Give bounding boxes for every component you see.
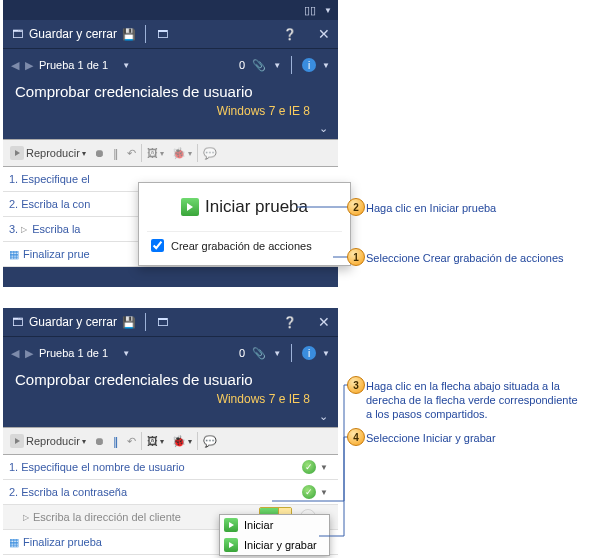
- status-dropdown-icon[interactable]: ▼: [316, 488, 332, 497]
- nav-label: Prueba 1 de 1: [39, 347, 108, 359]
- test-title: Comprobar credenciales de usuario: [3, 365, 338, 392]
- callout-text-1: Seleccione Crear grabación de acciones: [366, 251, 564, 265]
- start-test-popup: Iniciar prueba Crear grabación de accion…: [138, 182, 351, 266]
- help-icon[interactable]: ❔: [282, 314, 298, 330]
- counter: 0: [239, 59, 245, 71]
- dropdown-icon[interactable]: ▼: [324, 6, 332, 15]
- test-title: Comprobar credenciales de usuario: [3, 77, 338, 104]
- nav-next-icon[interactable]: ▶: [25, 59, 33, 72]
- nav-prev-icon[interactable]: ◀: [11, 59, 19, 72]
- nav-label: Prueba 1 de 1: [39, 59, 108, 71]
- test-config: Windows 7 e IE 8: [3, 392, 338, 410]
- pass-icon[interactable]: ✓: [302, 460, 316, 474]
- pass-icon[interactable]: ✓: [302, 485, 316, 499]
- dropdown-icon[interactable]: ▼: [273, 61, 281, 70]
- menu-item-iniciar[interactable]: Iniciar: [220, 515, 329, 535]
- bug-icon[interactable]: 🐞▾: [169, 433, 195, 450]
- start-test-button[interactable]: Iniciar prueba: [147, 197, 342, 231]
- expand-icon[interactable]: ⌄: [319, 122, 328, 134]
- close-icon[interactable]: ✕: [316, 314, 332, 330]
- reproduce-button[interactable]: Reproducir▾: [7, 432, 89, 450]
- pause-icon[interactable]: ‖: [110, 145, 122, 162]
- callout-bubble-4: 4: [347, 428, 365, 446]
- screenshot-icon[interactable]: 🖼▾: [144, 433, 167, 449]
- callout-text-4: Seleccione Iniciar y grabar: [366, 431, 496, 445]
- test-config: Windows 7 e IE 8: [3, 104, 338, 122]
- callout-text-2: Haga clic en Iniciar prueba: [366, 201, 496, 215]
- reproduce-button[interactable]: Reproducir▾: [7, 144, 89, 162]
- attachment-icon[interactable]: 📎: [251, 57, 267, 73]
- comment-icon[interactable]: 💬: [200, 433, 220, 450]
- expand-icon[interactable]: ⌄: [319, 410, 328, 422]
- new-window-icon[interactable]: 🗖: [154, 314, 170, 330]
- play-record-icon: [224, 538, 238, 552]
- disk-icon[interactable]: 💾: [121, 314, 137, 330]
- attachment-icon[interactable]: 📎: [251, 345, 267, 361]
- bug-icon[interactable]: 🐞▾: [169, 145, 195, 162]
- test-step[interactable]: 1. Especifique el nombre de usuario✓▼: [3, 455, 338, 480]
- nav-prev-icon[interactable]: ◀: [11, 347, 19, 360]
- disk-icon[interactable]: 💾: [121, 26, 137, 42]
- callout-bubble-3: 3: [347, 376, 365, 394]
- undo-icon[interactable]: ↶: [124, 145, 139, 162]
- screenshot-icon[interactable]: 🖼▾: [144, 145, 167, 161]
- pause-icon[interactable]: ‖: [110, 433, 122, 450]
- dropdown-icon[interactable]: ▼: [273, 349, 281, 358]
- play-dropdown-menu: Iniciar Iniciar y grabar: [219, 514, 330, 556]
- nav-next-icon[interactable]: ▶: [25, 347, 33, 360]
- undo-icon[interactable]: ↶: [124, 433, 139, 450]
- save-close-button[interactable]: Guardar y cerrar: [29, 315, 117, 329]
- checkbox-input[interactable]: [151, 239, 164, 252]
- close-icon[interactable]: ✕: [316, 26, 332, 42]
- layout-icon[interactable]: ▯▯: [302, 2, 318, 18]
- play-icon: [224, 518, 238, 532]
- help-icon[interactable]: ❔: [282, 26, 298, 42]
- play-icon: [181, 198, 199, 216]
- test-runner-panel-top: ▯▯ ▼ 🗔 Guardar y cerrar 💾 🗖 ❔ ✕ ◀ ▶ Prue…: [3, 0, 338, 287]
- new-window-icon[interactable]: 🗖: [154, 26, 170, 42]
- save-close-button[interactable]: Guardar y cerrar: [29, 27, 117, 41]
- save-close-icon: 🗔: [9, 314, 25, 330]
- status-dropdown-icon[interactable]: ▼: [316, 463, 332, 472]
- dropdown-icon[interactable]: ▼: [322, 349, 330, 358]
- info-icon[interactable]: i: [302, 346, 316, 360]
- comment-icon[interactable]: 💬: [200, 145, 220, 162]
- callout-text-3: Haga clic en la flecha abajo situada a l…: [366, 379, 586, 421]
- nav-dropdown-icon[interactable]: ▼: [114, 349, 130, 358]
- menu-item-iniciar-grabar[interactable]: Iniciar y grabar: [220, 535, 329, 555]
- create-recording-checkbox[interactable]: Crear grabación de acciones: [147, 231, 342, 255]
- record-icon[interactable]: ⏺: [91, 433, 108, 449]
- counter: 0: [239, 347, 245, 359]
- play-icon: [10, 146, 24, 160]
- dropdown-icon[interactable]: ▼: [322, 61, 330, 70]
- info-icon[interactable]: i: [302, 58, 316, 72]
- test-step[interactable]: 2. Escriba la contraseña✓▼: [3, 480, 338, 505]
- play-icon: [10, 434, 24, 448]
- save-close-icon: 🗔: [9, 26, 25, 42]
- record-icon[interactable]: ⏺: [91, 145, 108, 161]
- nav-dropdown-icon[interactable]: ▼: [114, 61, 130, 70]
